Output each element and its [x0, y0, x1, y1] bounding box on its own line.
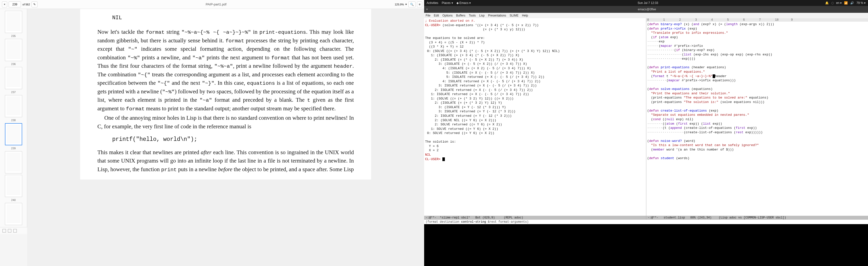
column-ruler: 0 1 2 3 4 5 6 7 18 9 — [646, 18, 868, 22]
repl-pane[interactable]: ; Evaluation aborted on #. CL-USER> (sol… — [424, 18, 646, 220]
code-buffer[interactable]: (defun binary-exp? (x) (and (exp? x) (= … — [646, 22, 868, 216]
pdf-title: PAIP-part1.pdf — [39, 2, 393, 6]
menu-item-file[interactable]: File — [426, 14, 430, 17]
notification-icon[interactable]: 🔔 — [825, 1, 829, 5]
gnome-topbar: Activities Places ▾ ◆ Emacs ▾ Sun Jul 7 … — [424, 0, 868, 6]
menu-item-slime[interactable]: SLIME — [510, 14, 519, 17]
places-menu[interactable]: Places ▾ — [442, 1, 453, 5]
menu-item-edit[interactable]: Edit — [434, 14, 439, 17]
pdf-thumbnail[interactable] — [5, 203, 22, 225]
thumb-page-number: 235 — [11, 34, 16, 37]
emacs-menu-bar: FileEditOptionsBuffersToolsLispPresentat… — [424, 13, 868, 18]
pdf-toolbar: × of 562 ✎ PAIP-part1.pdf 125.9% ▾ 🔍 ≡ — [0, 0, 424, 9]
view-mode-icon[interactable] — [2, 229, 6, 233]
zoom-label[interactable]: 125.9% — [395, 3, 404, 6]
page-number-input[interactable] — [9, 1, 21, 7]
thumb-page-number: 237 — [11, 91, 16, 94]
nil-output: NIL — [112, 14, 354, 22]
edit-button[interactable]: ✎ — [32, 1, 37, 7]
menu-item-lisp[interactable]: Lisp — [479, 14, 485, 17]
thumbs-footer — [0, 227, 27, 234]
close-button[interactable]: × — [2, 1, 7, 7]
repl-buffer[interactable]: ; Evaluation aborted on #. CL-USER> (sol… — [424, 18, 646, 216]
desktop-background — [424, 224, 868, 266]
search-button[interactable]: 🔍 — [408, 1, 415, 7]
menu-item-help[interactable]: Help — [522, 14, 528, 17]
pdf-page-area[interactable]: NIL Now let's tackle the format string "… — [27, 9, 424, 266]
network-icon[interactable]: 📶 — [844, 1, 848, 5]
emacs-appmenu[interactable]: ◆ Emacs ▾ — [457, 1, 471, 5]
pdf-thumbnail[interactable] — [5, 39, 22, 61]
emacs-window-titlebar: × emacs@0ffee — [424, 6, 868, 13]
thumb-page-number: 240 — [11, 199, 16, 201]
page-total-label: of 562 — [23, 3, 30, 6]
window-close-button[interactable]: × — [426, 8, 428, 11]
volume-icon[interactable]: 🔊 — [850, 1, 854, 5]
menu-item-options[interactable]: Options — [442, 14, 453, 17]
menu-item-tools[interactable]: Tools — [469, 14, 476, 17]
menu-button[interactable]: ≡ — [417, 1, 422, 7]
lang-indicator[interactable]: en ▾ — [836, 1, 842, 5]
battery-indicator[interactable]: 79 % ▾ — [857, 1, 866, 5]
pdf-thumbnail[interactable] — [5, 151, 22, 173]
window-title: emacs@0ffee — [428, 8, 866, 11]
menu-item-presentations[interactable]: Presentations — [488, 14, 506, 17]
zoom-dropdown-icon[interactable]: ▾ — [405, 3, 407, 6]
pdf-thumbnail[interactable] — [5, 67, 22, 89]
thumb-page-number: 236 — [11, 63, 16, 66]
emacs-minibuffer[interactable]: (format destination control-string &rest… — [424, 220, 868, 224]
clock[interactable]: Sun Jul 7 12:33 — [474, 1, 822, 5]
thumb-page-number: 238 — [11, 119, 16, 122]
code-pane[interactable]: 0 1 2 3 4 5 6 7 18 9 (defun binary-exp? … — [646, 18, 868, 220]
desktop: Activities Places ▾ ◆ Emacs ▾ Sun Jul 7 … — [424, 0, 868, 266]
code-modeline: -:@**- student.lisp 88% (243,34) (Lisp a… — [646, 216, 868, 220]
body-paragraph-2: One of the annoying minor holes in Lisp … — [97, 114, 354, 131]
a11y-icon[interactable]: ◌ — [831, 1, 834, 5]
repl-modeline: -:@**- *slime-repl sbcl* Bot (629,9) (RE… — [424, 216, 646, 220]
pdf-viewer-window: × of 562 ✎ PAIP-part1.pdf 125.9% ▾ 🔍 ≡ 2… — [0, 0, 424, 266]
code-block: printf("hello, world\n"); — [112, 135, 354, 144]
body-paragraph-1: Now let's tackle the format string "~%~a… — [97, 28, 354, 113]
pdf-thumbnail[interactable] — [5, 175, 22, 197]
body-paragraph-3: This makes it clear that newlines are pr… — [97, 148, 354, 174]
pdf-thumbnail[interactable] — [5, 123, 22, 145]
pdf-thumbnail-panel[interactable]: 235236237238239240 — [0, 9, 27, 227]
activities-button[interactable]: Activities — [427, 1, 438, 5]
page-number-field[interactable] — [10, 3, 19, 6]
pdf-thumbnail[interactable] — [5, 11, 22, 33]
pdf-body: 235236237238239240 NIL Now let's tackle … — [0, 9, 424, 266]
menu-item-buffers[interactable]: Buffers — [456, 14, 465, 17]
outline-icon[interactable] — [8, 229, 11, 233]
thumb-page-number: 239 — [11, 147, 16, 150]
emacs-body: ; Evaluation aborted on #. CL-USER> (sol… — [424, 18, 868, 220]
pdf-thumbnail[interactable] — [5, 95, 22, 117]
bookmarks-icon[interactable] — [13, 229, 17, 233]
pdf-page: NIL Now let's tackle the format string "… — [80, 9, 371, 179]
